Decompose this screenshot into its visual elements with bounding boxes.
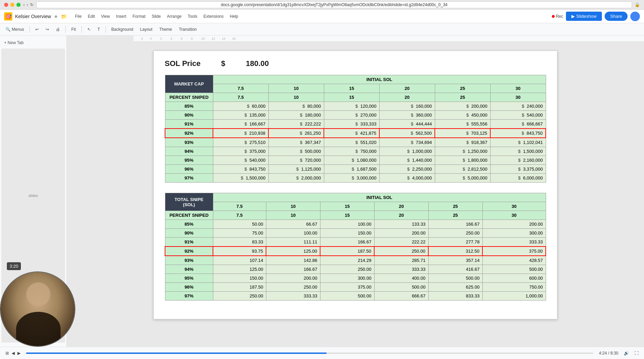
star-icon[interactable]: ★ — [54, 14, 58, 19]
t1-cell-8-1: $ 2,000,000 — [268, 174, 324, 183]
t2-col-10: 10 — [266, 202, 320, 211]
slideshow-button[interactable]: ▶ Slideshow — [566, 12, 602, 21]
market-cap-header: MARKET CAP — [165, 75, 213, 93]
t2-cell-8-3: 666.67 — [374, 292, 428, 301]
fullscreen-icon[interactable]: ⛶ — [634, 351, 639, 356]
menu-view[interactable]: View — [98, 13, 113, 20]
t1-cell-6-0: $ 540,000 — [213, 156, 268, 165]
select-btn[interactable]: ↖ — [85, 26, 93, 33]
row-label-2: 91% — [165, 120, 213, 129]
sub-20: 20 — [379, 93, 435, 102]
col-header-25: 25 — [435, 84, 490, 93]
text-btn[interactable]: T — [95, 26, 103, 33]
maximize-button[interactable] — [16, 3, 21, 7]
sep4 — [105, 26, 106, 33]
t2-cell-0-4: 166.67 — [428, 220, 482, 229]
back-icon[interactable]: ‹ — [23, 2, 25, 7]
background-btn[interactable]: Background — [109, 26, 136, 33]
t2-cell-5-3: 333.33 — [374, 265, 428, 274]
t2-row-label-8: 97% — [165, 292, 213, 301]
t1-cell-7-1: $ 1,125,000 — [268, 165, 324, 174]
t2-cell-4-5: 428.57 — [482, 256, 546, 265]
t2-sub-10: 10 — [266, 211, 320, 220]
sub-15: 15 — [324, 93, 379, 102]
row-label-7: 96% — [165, 165, 213, 174]
print-btn[interactable]: 🖨 — [53, 26, 63, 33]
volume-icon[interactable]: 🔊 — [624, 351, 629, 356]
sep1 — [29, 26, 30, 33]
menu-help[interactable]: Help — [227, 13, 241, 20]
theme-btn[interactable]: Theme — [156, 26, 175, 33]
refresh-icon[interactable]: ↻ — [30, 2, 34, 7]
redo-btn[interactable]: ↪ — [43, 26, 52, 33]
layout-btn[interactable]: Layout — [137, 26, 155, 33]
menu-tools[interactable]: Tools — [185, 13, 200, 20]
url-bar[interactable]: docs.google.com/presentation/d/1dg31p8mc… — [36, 1, 632, 8]
col-header-30: 30 — [490, 84, 546, 93]
menu-arrange[interactable]: Arrange — [164, 13, 185, 20]
t2-cell-2-4: 277.78 — [428, 238, 482, 247]
grid-view-icon[interactable]: ⊞ — [5, 351, 9, 356]
menu-file[interactable]: File — [72, 13, 84, 20]
t2-col-20: 20 — [374, 202, 428, 211]
slideshow-label: Slideshow — [576, 14, 596, 19]
t1-cell-4-4: $ 918,367 — [435, 138, 490, 147]
slide-controls[interactable]: ⊞ ◀ ▶ — [5, 351, 21, 356]
t2-row-label-5: 94% — [165, 265, 213, 274]
next-slide-icon[interactable]: ▶ — [17, 351, 21, 356]
menu-extensions[interactable]: Extensions — [201, 13, 226, 20]
t2-row-label-7: 96% — [165, 283, 213, 292]
t1-cell-7-5: $ 3,375,000 — [490, 165, 546, 174]
t1-cell-4-1: $ 367,347 — [268, 138, 324, 147]
t1-cell-4-5: $ 1,102,041 — [490, 138, 546, 147]
t1-cell-8-0: $ 1,500,000 — [213, 174, 268, 183]
t2-cell-1-1: 100.00 — [266, 229, 320, 238]
t2-cell-6-1: 200.00 — [266, 274, 320, 283]
t2-cell-1-4: 250.00 — [428, 229, 482, 238]
initial-sol-header: INITIAL SOL — [213, 75, 546, 84]
menu-slide[interactable]: Slide — [149, 13, 164, 20]
t2-cell-0-0: 50.00 — [213, 220, 266, 229]
t2-sub-20: 20 — [374, 211, 428, 220]
new-tab-btn[interactable]: + New Tab — [4, 40, 24, 45]
close-button[interactable] — [4, 3, 8, 7]
webcam-feed — [1, 272, 75, 346]
row-label-8: 97% — [165, 174, 213, 183]
slide: SOL Price $ 180.00 MARKET CAP INITIAL SO… — [153, 51, 557, 319]
t1-cell-5-3: $ 1,000,000 — [379, 147, 435, 156]
t2-cell-1-5: 300.00 — [482, 229, 546, 238]
search-menus-btn[interactable]: 🔍 Menus — [3, 26, 27, 33]
t2-cell-3-4: 312.50 — [428, 247, 482, 256]
row-label-0: 85% — [165, 102, 213, 111]
share-button[interactable]: Share — [605, 12, 628, 21]
t1-cell-7-4: $ 2,812,500 — [435, 165, 490, 174]
t2-cell-2-0: 83.33 — [213, 238, 266, 247]
t1-cell-0-2: $ 120,000 — [324, 102, 379, 111]
row-label-6: 95% — [165, 156, 213, 165]
prev-slide-icon[interactable]: ◀ — [12, 351, 15, 356]
extension-icon: 🔒 — [635, 2, 640, 7]
main-layout: + New Tab slides -2 0 2 4 6 8 10 12 14 1… — [0, 36, 644, 347]
undo-btn[interactable]: ↩ — [33, 26, 41, 33]
menu-edit[interactable]: Edit — [85, 13, 98, 20]
zoom-btn[interactable]: Fit — [68, 26, 78, 33]
t2-cell-3-1: 125.00 — [266, 247, 320, 256]
canvas-area[interactable]: -2 0 2 4 6 8 10 12 14 16 SOL Price $ 180… — [67, 36, 644, 347]
sub-10: 10 — [268, 93, 324, 102]
menu-insert[interactable]: Insert — [113, 13, 129, 20]
t2-col-25: 25 — [428, 202, 482, 211]
timeline-bar — [26, 353, 593, 354]
menu-bar: File Edit View Insert Format Slide Arran… — [72, 13, 241, 20]
forward-icon[interactable]: › — [27, 2, 28, 7]
transition-btn[interactable]: Transition — [176, 26, 199, 33]
t2-cell-4-4: 357.14 — [428, 256, 482, 265]
t2-cell-0-2: 100.00 — [320, 220, 374, 229]
t2-cell-2-5: 333.33 — [482, 238, 546, 247]
folder-icon[interactable]: 📁 — [61, 14, 67, 19]
t1-cell-1-2: $ 270,000 — [324, 111, 379, 120]
menu-format[interactable]: Format — [130, 13, 148, 20]
t1-cell-0-1: $ 80,000 — [268, 102, 324, 111]
rec-indicator: Rec — [552, 14, 563, 19]
t1-cell-4-3: $ 734,694 — [379, 138, 435, 147]
minimize-button[interactable] — [10, 3, 14, 7]
